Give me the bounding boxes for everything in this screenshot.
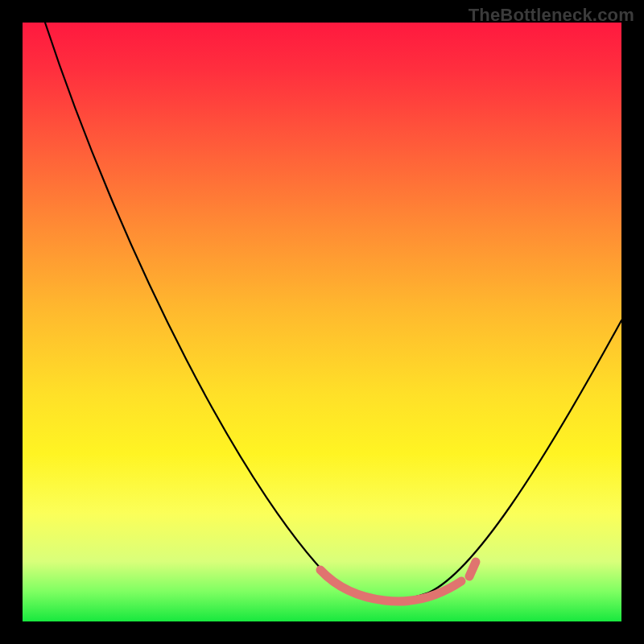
plot-area xyxy=(23,23,621,621)
curve-right xyxy=(429,320,621,592)
bottleneck-curve xyxy=(23,23,621,621)
curve-left xyxy=(45,23,429,601)
watermark-text: TheBottleneck.com xyxy=(469,5,634,26)
optimal-band-tick xyxy=(469,562,476,576)
chart-frame: TheBottleneck.com xyxy=(0,0,644,644)
